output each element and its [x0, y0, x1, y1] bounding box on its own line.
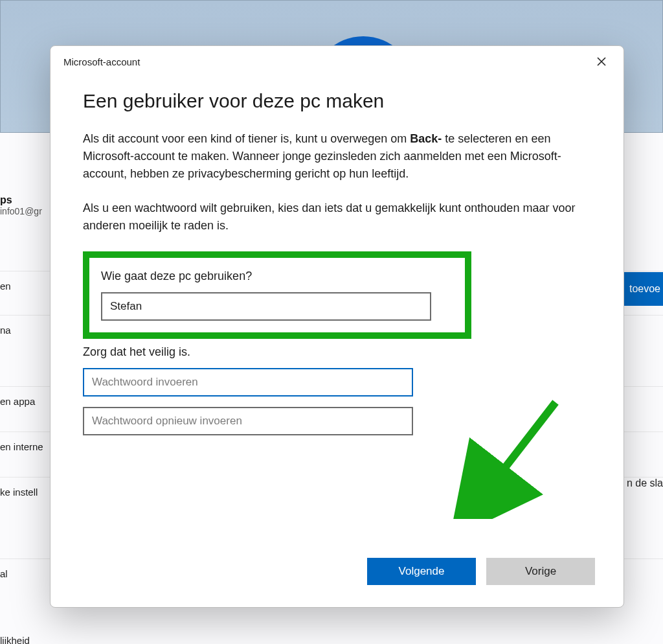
bg-add-label: toevoe — [629, 283, 660, 295]
dialog-title: Microsoft-account — [63, 56, 140, 67]
bg-row-text: na — [0, 325, 45, 336]
background-account-name: ps — [0, 194, 42, 206]
bg-row-text: ke instell — [0, 487, 45, 498]
username-input[interactable] — [101, 292, 431, 321]
password-section-label: Zorg dat het veilig is. — [83, 345, 591, 359]
bg-row-text: liikheid — [0, 635, 30, 644]
dialog-titlebar: Microsoft-account — [51, 46, 624, 77]
background-account-mail: info01@gr — [0, 206, 42, 216]
page-heading: Een gebruiker voor deze pc maken — [83, 90, 591, 112]
bg-row-text: al — [0, 568, 45, 579]
intro-text-bold: Back- — [410, 132, 442, 145]
intro-text-pre: Als dit account voor een kind of tiener … — [83, 132, 410, 145]
annotation-arrow-icon — [452, 396, 568, 519]
next-button[interactable]: Volgende — [367, 558, 476, 585]
username-label: Wie gaat deze pc gebruiken? — [101, 270, 453, 283]
background-account-block: ps info01@gr — [0, 194, 42, 216]
bg-row-text: en interne — [0, 441, 45, 452]
bg-row-text: en — [0, 281, 45, 292]
previous-button[interactable]: Vorige — [486, 558, 595, 585]
username-highlight-box: Wie gaat deze pc gebruiken? — [83, 251, 471, 339]
intro-paragraph-2: Als u een wachtwoord wilt gebruiken, kie… — [83, 200, 591, 235]
bg-row-text-right: n de sla — [627, 477, 663, 489]
dialog-buttons: Volgende Vorige — [367, 558, 595, 585]
svg-line-0 — [478, 402, 556, 503]
microsoft-account-dialog: Microsoft-account Een gebruiker voor dez… — [50, 45, 624, 608]
intro-paragraph-1: Als dit account voor een kind of tiener … — [83, 130, 591, 183]
bg-row-text: en appa — [0, 396, 45, 407]
password-input[interactable] — [83, 368, 413, 397]
close-button[interactable] — [590, 50, 613, 73]
password-confirm-input[interactable] — [83, 407, 413, 435]
background-add-button[interactable]: toevoe — [624, 272, 663, 306]
close-icon — [597, 57, 606, 66]
